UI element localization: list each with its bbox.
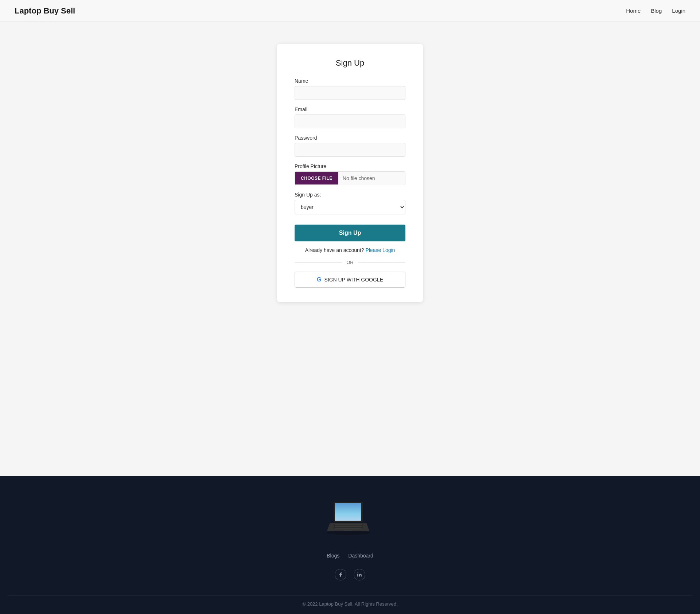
email-label: Email: [295, 106, 405, 112]
nav-link-login[interactable]: Login: [672, 8, 685, 14]
brand-logo[interactable]: Laptop Buy Sell: [15, 6, 75, 16]
email-input[interactable]: [295, 114, 405, 128]
signup-as-group: Sign Up as: buyer seller: [295, 192, 405, 214]
already-account-text: Already have an account?: [305, 247, 364, 253]
svg-rect-1: [335, 503, 361, 521]
file-chosen-text: No file chosen: [338, 172, 405, 185]
footer-link-blogs[interactable]: Blogs: [327, 553, 339, 559]
laptop-illustration: [326, 498, 374, 538]
or-text: OR: [346, 260, 354, 265]
google-icon: G: [317, 276, 321, 283]
navbar-links: Home Blog Login: [626, 8, 685, 14]
choose-file-button[interactable]: CHOOSE FILE: [295, 172, 338, 184]
footer-copyright-bar: © 2022 Laptop Buy Sell. All Rights Reser…: [7, 595, 693, 607]
signup-form-card: Sign Up Name Email Password Profile Pict…: [277, 44, 423, 302]
password-group: Password: [295, 135, 405, 157]
copyright-text: © 2022 Laptop Buy Sell. All Rights Reser…: [302, 601, 397, 607]
footer-social: [7, 569, 693, 580]
svg-rect-4: [335, 524, 362, 525]
footer-logo-area: [7, 498, 693, 538]
signup-button[interactable]: Sign Up: [295, 225, 405, 241]
password-input[interactable]: [295, 143, 405, 157]
main-content: Sign Up Name Email Password Profile Pict…: [0, 22, 700, 476]
profile-picture-group: Profile Picture CHOOSE FILE No file chos…: [295, 163, 405, 185]
email-group: Email: [295, 106, 405, 128]
signup-as-select[interactable]: buyer seller: [295, 200, 405, 214]
or-divider: OR: [295, 260, 405, 265]
form-title: Sign Up: [295, 58, 405, 68]
name-input[interactable]: [295, 86, 405, 100]
google-btn-label: SIGN UP WITH GOOGLE: [324, 277, 383, 283]
footer: Blogs Dashboard © 2022 Laptop Buy Sell. …: [0, 476, 700, 614]
google-signup-button[interactable]: G SIGN UP WITH GOOGLE: [295, 272, 405, 288]
file-input-wrapper: CHOOSE FILE No file chosen: [295, 171, 405, 185]
svg-rect-6: [335, 528, 362, 529]
nav-link-blog[interactable]: Blog: [651, 8, 662, 14]
name-group: Name: [295, 78, 405, 100]
facebook-icon[interactable]: [335, 569, 346, 580]
svg-point-8: [326, 531, 370, 535]
svg-rect-7: [344, 530, 353, 531]
svg-point-9: [357, 572, 358, 573]
name-label: Name: [295, 78, 405, 84]
password-label: Password: [295, 135, 405, 141]
profile-picture-label: Profile Picture: [295, 163, 405, 169]
login-link-area: Already have an account? Please Login: [295, 247, 405, 253]
footer-link-dashboard[interactable]: Dashboard: [348, 553, 373, 559]
linkedin-icon[interactable]: [354, 569, 365, 580]
svg-rect-5: [335, 526, 362, 527]
nav-link-home[interactable]: Home: [626, 8, 641, 14]
signup-as-label: Sign Up as:: [295, 192, 405, 198]
footer-links: Blogs Dashboard: [7, 553, 693, 559]
please-login-link[interactable]: Please Login: [365, 247, 395, 253]
navbar: Laptop Buy Sell Home Blog Login: [0, 0, 700, 22]
